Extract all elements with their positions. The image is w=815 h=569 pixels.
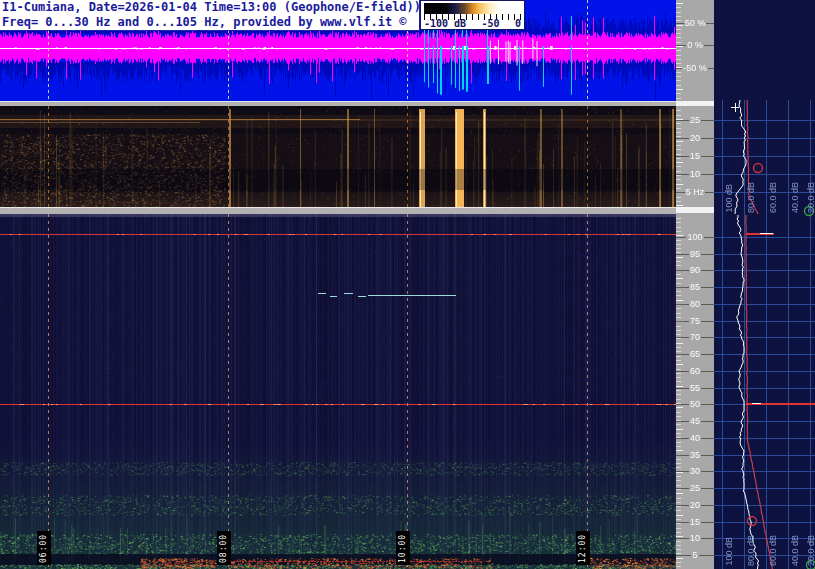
title-box: I1-Cumiana, Date=2026-01-04 Time=13:00 (… (0, 0, 420, 31)
db-axis-label-efield: 100 dB (724, 537, 734, 566)
efield-freq-axis-label: 30 (676, 466, 714, 476)
db-axis-label-geophone: 60.0 dB (768, 182, 778, 213)
efield-freq-axis-label: 45 (676, 416, 714, 426)
efield-freq-axis-label: 90 (676, 265, 714, 275)
geophone-freq-axis-label: 25 (676, 115, 714, 125)
efield-freq-axis-label: 75 (676, 316, 714, 326)
efield-freq-axis-label: 55 (676, 383, 714, 393)
geophone-freq-axis-label: 15 (676, 151, 714, 161)
efield-freq-axis-label: 20 (676, 500, 714, 510)
efield-freq-axis-label: 35 (676, 450, 714, 460)
db-axis-label-geophone: 20.0 dB (806, 182, 815, 213)
live-spectrum-panel (714, 0, 815, 569)
db-axis-label-efield: 80.0 dB (746, 535, 756, 566)
time-label: 12:00 (576, 531, 590, 565)
efield-freq-axis-label: 10 (676, 533, 714, 543)
colorbar-min-label: -100 dB (424, 18, 466, 29)
db-axis-label-geophone: 40.0 dB (790, 182, 800, 213)
efield-freq-axis-label: 60 (676, 366, 714, 376)
amplitude-axis-label: 50 % (676, 18, 714, 28)
amplitude-axis-label: 0 % (676, 40, 714, 50)
title-line-1: I1-Cumiana, Date=2026-01-04 Time=13:00 (… (2, 0, 419, 15)
efield-freq-axis-label: 80 (676, 299, 714, 309)
time-label: 06:00 (37, 531, 51, 565)
db-axis-label-geophone: 100 dB (724, 184, 734, 213)
intensity-colorbar: -100 dB -50 0 (420, 0, 525, 30)
geophone-freq-axis-label: 10 (676, 169, 714, 179)
geophone-freq-axis-label: 20 (676, 133, 714, 143)
efield-freq-axis-label: 15 (676, 517, 714, 527)
efield-freq-axis-label: 50 (676, 399, 714, 409)
db-axis-label-efield: 60.0 dB (768, 535, 778, 566)
colorbar-max-label: 0 (515, 18, 521, 29)
title-line-2: Freq= 0...30 Hz and 0...105 Hz, provided… (2, 15, 419, 30)
db-axis-label-efield: 20.0 dB (806, 535, 815, 566)
colorbar-mid-label: -50 (482, 18, 500, 29)
amplitude-axis-label: -50 % (676, 63, 714, 73)
efield-freq-axis-label: 85 (676, 282, 714, 292)
efield-freq-axis-label: 100 (676, 232, 714, 242)
efield-spectrogram-panel (0, 214, 676, 569)
efield-freq-axis-label: 40 (676, 433, 714, 443)
efield-freq-axis-label: 5 (676, 550, 714, 560)
geophone-freq-axis-label: 5 Hz (676, 187, 714, 197)
colorbar-labels: -100 dB -50 0 (421, 18, 524, 29)
db-axis-label-efield: 40.0 dB (790, 535, 800, 566)
db-axis-label-geophone: 80.0 dB (746, 182, 756, 213)
efield-freq-axis-label: 95 (676, 249, 714, 259)
vlf-monitor-screen: I1-Cumiana, Date=2026-01-04 Time=13:00 (… (0, 0, 815, 569)
colorbar-gradient (424, 3, 521, 14)
efield-freq-axis-label: 25 (676, 483, 714, 493)
time-label: 10:00 (396, 531, 410, 565)
efield-freq-axis-label: 70 (676, 332, 714, 342)
geophone-spectrogram-panel (0, 106, 676, 207)
efield-freq-axis-label: 65 (676, 349, 714, 359)
time-label: 08:00 (217, 531, 231, 565)
